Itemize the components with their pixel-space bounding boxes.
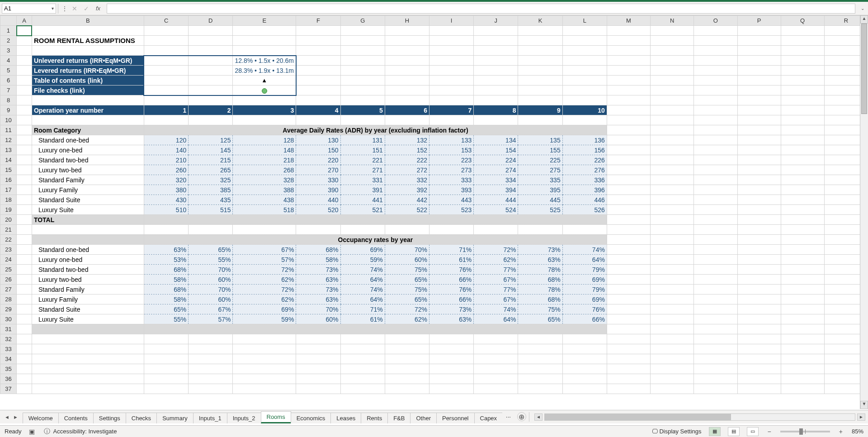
cell[interactable]	[781, 334, 824, 344]
adr-value[interactable]: 524	[474, 205, 518, 215]
cell[interactable]	[694, 145, 737, 155]
adr-value[interactable]: 274	[474, 165, 518, 175]
cell[interactable]	[518, 115, 562, 125]
occupancy-value[interactable]: 76%	[429, 285, 474, 294]
cell[interactable]	[32, 26, 144, 36]
cell[interactable]	[32, 46, 144, 56]
cell[interactable]	[607, 46, 650, 56]
cell[interactable]	[189, 384, 233, 394]
cell[interactable]	[694, 285, 737, 294]
occupancy-value[interactable]: 76%	[562, 304, 607, 314]
year-number[interactable]: 4	[296, 105, 340, 115]
cell[interactable]	[781, 36, 824, 46]
cell[interactable]	[781, 46, 824, 56]
cell[interactable]	[385, 374, 429, 384]
row-header[interactable]: 5	[0, 66, 17, 76]
adr-value[interactable]: 128	[233, 135, 296, 145]
adr-value[interactable]: 518	[233, 205, 296, 215]
cell[interactable]	[781, 155, 824, 165]
adr-value[interactable]: 223	[429, 155, 474, 165]
adr-value[interactable]: 136	[562, 135, 607, 145]
cell[interactable]	[737, 384, 781, 394]
cell[interactable]	[189, 26, 233, 36]
occupancy-value[interactable]: 74%	[340, 265, 385, 275]
occupancy-value[interactable]: 59%	[233, 314, 296, 324]
sheet-tab[interactable]: Inputs_1	[193, 413, 227, 423]
cell[interactable]	[737, 86, 781, 95]
occupancy-value[interactable]: 73%	[296, 265, 340, 275]
cell[interactable]	[694, 76, 737, 86]
cell[interactable]	[518, 76, 562, 86]
cell[interactable]	[694, 354, 737, 364]
occupancy-value[interactable]: 61%	[429, 255, 474, 265]
cell[interactable]	[340, 95, 385, 105]
occupancy-value[interactable]: 68%	[296, 245, 340, 255]
cell[interactable]	[32, 354, 144, 364]
row-header[interactable]: 23	[0, 245, 17, 255]
year-number[interactable]: 8	[474, 105, 518, 115]
cell[interactable]	[737, 185, 781, 195]
adr-value[interactable]: 225	[518, 155, 562, 165]
cell[interactable]	[296, 225, 340, 235]
occupancy-value[interactable]: 69%	[562, 275, 607, 285]
occupancy-value[interactable]: 60%	[385, 255, 429, 265]
cell[interactable]	[474, 374, 518, 384]
cell[interactable]	[607, 374, 650, 384]
cell[interactable]	[562, 86, 607, 95]
row-header[interactable]: 4	[0, 56, 17, 66]
cell[interactable]	[189, 95, 233, 105]
cell[interactable]	[562, 36, 607, 46]
adr-value[interactable]: 150	[296, 145, 340, 155]
cell[interactable]	[651, 205, 694, 215]
cell[interactable]	[144, 115, 188, 125]
room-category[interactable]: Standard two-bed	[32, 265, 144, 275]
cell[interactable]	[737, 66, 781, 76]
cell[interactable]	[781, 245, 824, 255]
year-number[interactable]: 6	[385, 105, 429, 115]
sheet-tab[interactable]: Rents	[361, 413, 388, 423]
occupancy-value[interactable]: 68%	[144, 285, 188, 294]
adr-value[interactable]: 220	[296, 155, 340, 165]
cell[interactable]	[144, 76, 188, 86]
section-title-span[interactable]: Average Daily Rates (ADR) by year (exclu…	[144, 125, 607, 135]
room-category[interactable]: Standard Family	[32, 175, 144, 185]
cell[interactable]	[694, 195, 737, 205]
cell[interactable]	[607, 215, 650, 225]
cell[interactable]	[17, 56, 32, 66]
cell[interactable]	[781, 285, 824, 294]
occupancy-value[interactable]: 60%	[296, 314, 340, 324]
cell[interactable]	[694, 115, 737, 125]
occupancy-value[interactable]: 65%	[144, 304, 188, 314]
cell[interactable]	[144, 66, 188, 76]
cell[interactable]	[429, 56, 474, 66]
adr-value[interactable]: 523	[429, 205, 474, 215]
cell[interactable]	[518, 36, 562, 46]
name-box-dropdown-icon[interactable]: ▾	[52, 6, 54, 11]
cell[interactable]	[694, 26, 737, 36]
occupancy-value[interactable]: 72%	[233, 265, 296, 275]
cell[interactable]	[385, 344, 429, 354]
adr-value[interactable]: 441	[340, 195, 385, 205]
cell[interactable]	[340, 374, 385, 384]
occupancy-value[interactable]: 63%	[518, 255, 562, 265]
cell[interactable]	[32, 225, 144, 235]
cell[interactable]	[385, 364, 429, 374]
sheet-tab[interactable]: Personnel	[436, 413, 475, 423]
cell[interactable]	[429, 225, 474, 235]
cell[interactable]	[474, 344, 518, 354]
cell[interactable]	[233, 26, 296, 36]
cell[interactable]	[651, 354, 694, 364]
section-title-span[interactable]: Occupancy rates by year	[144, 235, 607, 245]
cell[interactable]	[737, 46, 781, 56]
occupancy-value[interactable]: 63%	[296, 275, 340, 285]
cell[interactable]	[694, 205, 737, 215]
cell[interactable]	[562, 344, 607, 354]
cell[interactable]	[651, 125, 694, 135]
hscroll-thumb[interactable]	[545, 414, 731, 420]
cell[interactable]	[781, 165, 824, 175]
cell[interactable]	[189, 86, 233, 95]
row-header[interactable]: 30	[0, 314, 17, 324]
cell[interactable]	[233, 384, 296, 394]
cell[interactable]	[189, 374, 233, 384]
cell[interactable]	[607, 334, 650, 344]
